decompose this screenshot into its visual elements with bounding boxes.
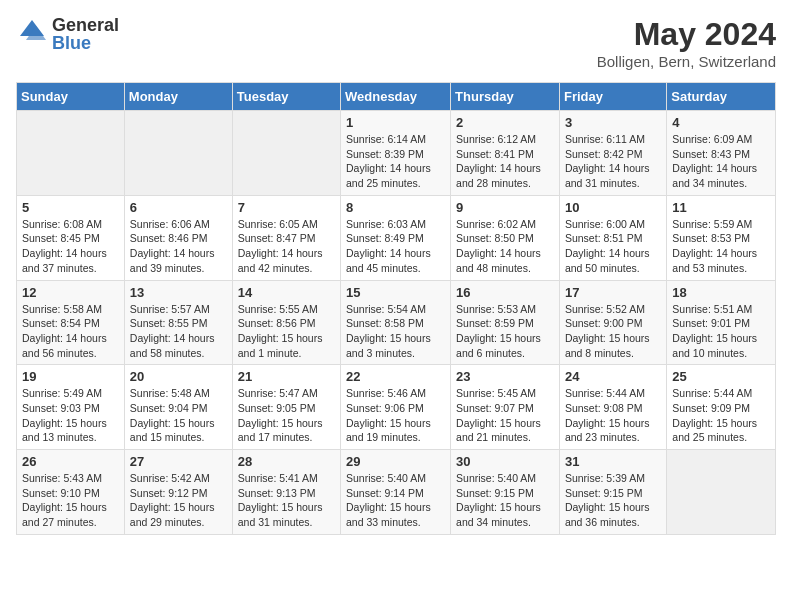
day-number: 11 bbox=[672, 200, 770, 215]
day-number: 13 bbox=[130, 285, 227, 300]
weekday-header-saturday: Saturday bbox=[667, 83, 776, 111]
day-info: Sunrise: 6:12 AM Sunset: 8:41 PM Dayligh… bbox=[456, 132, 554, 191]
day-number: 1 bbox=[346, 115, 445, 130]
calendar-week-1: 1Sunrise: 6:14 AM Sunset: 8:39 PM Daylig… bbox=[17, 111, 776, 196]
day-number: 23 bbox=[456, 369, 554, 384]
logo-blue: Blue bbox=[52, 34, 119, 52]
calendar-day: 19Sunrise: 5:49 AM Sunset: 9:03 PM Dayli… bbox=[17, 365, 125, 450]
day-info: Sunrise: 6:09 AM Sunset: 8:43 PM Dayligh… bbox=[672, 132, 770, 191]
day-info: Sunrise: 5:45 AM Sunset: 9:07 PM Dayligh… bbox=[456, 386, 554, 445]
day-info: Sunrise: 6:14 AM Sunset: 8:39 PM Dayligh… bbox=[346, 132, 445, 191]
day-info: Sunrise: 6:00 AM Sunset: 8:51 PM Dayligh… bbox=[565, 217, 661, 276]
calendar-day: 7Sunrise: 6:05 AM Sunset: 8:47 PM Daylig… bbox=[232, 195, 340, 280]
weekday-header-thursday: Thursday bbox=[451, 83, 560, 111]
day-number: 8 bbox=[346, 200, 445, 215]
calendar-day: 12Sunrise: 5:58 AM Sunset: 8:54 PM Dayli… bbox=[17, 280, 125, 365]
calendar-day: 10Sunrise: 6:00 AM Sunset: 8:51 PM Dayli… bbox=[559, 195, 666, 280]
calendar-day: 18Sunrise: 5:51 AM Sunset: 9:01 PM Dayli… bbox=[667, 280, 776, 365]
calendar-day: 14Sunrise: 5:55 AM Sunset: 8:56 PM Dayli… bbox=[232, 280, 340, 365]
day-number: 18 bbox=[672, 285, 770, 300]
calendar-table: SundayMondayTuesdayWednesdayThursdayFrid… bbox=[16, 82, 776, 535]
day-info: Sunrise: 5:40 AM Sunset: 9:15 PM Dayligh… bbox=[456, 471, 554, 530]
calendar-day: 1Sunrise: 6:14 AM Sunset: 8:39 PM Daylig… bbox=[341, 111, 451, 196]
day-info: Sunrise: 5:54 AM Sunset: 8:58 PM Dayligh… bbox=[346, 302, 445, 361]
day-info: Sunrise: 5:41 AM Sunset: 9:13 PM Dayligh… bbox=[238, 471, 335, 530]
calendar-day: 5Sunrise: 6:08 AM Sunset: 8:45 PM Daylig… bbox=[17, 195, 125, 280]
day-info: Sunrise: 6:03 AM Sunset: 8:49 PM Dayligh… bbox=[346, 217, 445, 276]
day-number: 12 bbox=[22, 285, 119, 300]
logo-general: General bbox=[52, 16, 119, 34]
day-info: Sunrise: 5:48 AM Sunset: 9:04 PM Dayligh… bbox=[130, 386, 227, 445]
day-number: 30 bbox=[456, 454, 554, 469]
calendar-day: 17Sunrise: 5:52 AM Sunset: 9:00 PM Dayli… bbox=[559, 280, 666, 365]
day-number: 20 bbox=[130, 369, 227, 384]
calendar-day bbox=[17, 111, 125, 196]
day-info: Sunrise: 6:08 AM Sunset: 8:45 PM Dayligh… bbox=[22, 217, 119, 276]
calendar-day: 6Sunrise: 6:06 AM Sunset: 8:46 PM Daylig… bbox=[124, 195, 232, 280]
day-info: Sunrise: 5:59 AM Sunset: 8:53 PM Dayligh… bbox=[672, 217, 770, 276]
day-number: 19 bbox=[22, 369, 119, 384]
day-number: 16 bbox=[456, 285, 554, 300]
calendar-day: 2Sunrise: 6:12 AM Sunset: 8:41 PM Daylig… bbox=[451, 111, 560, 196]
calendar-day: 11Sunrise: 5:59 AM Sunset: 8:53 PM Dayli… bbox=[667, 195, 776, 280]
day-info: Sunrise: 5:39 AM Sunset: 9:15 PM Dayligh… bbox=[565, 471, 661, 530]
calendar-day: 26Sunrise: 5:43 AM Sunset: 9:10 PM Dayli… bbox=[17, 450, 125, 535]
day-info: Sunrise: 6:06 AM Sunset: 8:46 PM Dayligh… bbox=[130, 217, 227, 276]
title-block: May 2024 Bolligen, Bern, Switzerland bbox=[597, 16, 776, 70]
calendar-day: 22Sunrise: 5:46 AM Sunset: 9:06 PM Dayli… bbox=[341, 365, 451, 450]
calendar-day: 23Sunrise: 5:45 AM Sunset: 9:07 PM Dayli… bbox=[451, 365, 560, 450]
calendar-week-5: 26Sunrise: 5:43 AM Sunset: 9:10 PM Dayli… bbox=[17, 450, 776, 535]
calendar-day: 4Sunrise: 6:09 AM Sunset: 8:43 PM Daylig… bbox=[667, 111, 776, 196]
weekday-header-wednesday: Wednesday bbox=[341, 83, 451, 111]
month-year: May 2024 bbox=[597, 16, 776, 53]
day-info: Sunrise: 5:53 AM Sunset: 8:59 PM Dayligh… bbox=[456, 302, 554, 361]
day-number: 28 bbox=[238, 454, 335, 469]
calendar-day: 25Sunrise: 5:44 AM Sunset: 9:09 PM Dayli… bbox=[667, 365, 776, 450]
calendar-day: 13Sunrise: 5:57 AM Sunset: 8:55 PM Dayli… bbox=[124, 280, 232, 365]
calendar-day: 8Sunrise: 6:03 AM Sunset: 8:49 PM Daylig… bbox=[341, 195, 451, 280]
calendar-week-4: 19Sunrise: 5:49 AM Sunset: 9:03 PM Dayli… bbox=[17, 365, 776, 450]
calendar-week-2: 5Sunrise: 6:08 AM Sunset: 8:45 PM Daylig… bbox=[17, 195, 776, 280]
weekday-header-sunday: Sunday bbox=[17, 83, 125, 111]
day-number: 29 bbox=[346, 454, 445, 469]
calendar-day: 15Sunrise: 5:54 AM Sunset: 8:58 PM Dayli… bbox=[341, 280, 451, 365]
day-number: 22 bbox=[346, 369, 445, 384]
calendar-day: 21Sunrise: 5:47 AM Sunset: 9:05 PM Dayli… bbox=[232, 365, 340, 450]
calendar-day: 30Sunrise: 5:40 AM Sunset: 9:15 PM Dayli… bbox=[451, 450, 560, 535]
calendar-day: 29Sunrise: 5:40 AM Sunset: 9:14 PM Dayli… bbox=[341, 450, 451, 535]
day-info: Sunrise: 5:49 AM Sunset: 9:03 PM Dayligh… bbox=[22, 386, 119, 445]
day-number: 10 bbox=[565, 200, 661, 215]
calendar-day: 31Sunrise: 5:39 AM Sunset: 9:15 PM Dayli… bbox=[559, 450, 666, 535]
weekday-header-tuesday: Tuesday bbox=[232, 83, 340, 111]
calendar-day: 9Sunrise: 6:02 AM Sunset: 8:50 PM Daylig… bbox=[451, 195, 560, 280]
day-number: 15 bbox=[346, 285, 445, 300]
day-number: 4 bbox=[672, 115, 770, 130]
day-info: Sunrise: 5:55 AM Sunset: 8:56 PM Dayligh… bbox=[238, 302, 335, 361]
logo: General Blue bbox=[16, 16, 119, 52]
day-number: 26 bbox=[22, 454, 119, 469]
day-info: Sunrise: 5:40 AM Sunset: 9:14 PM Dayligh… bbox=[346, 471, 445, 530]
day-number: 17 bbox=[565, 285, 661, 300]
day-info: Sunrise: 5:51 AM Sunset: 9:01 PM Dayligh… bbox=[672, 302, 770, 361]
day-number: 27 bbox=[130, 454, 227, 469]
day-info: Sunrise: 5:42 AM Sunset: 9:12 PM Dayligh… bbox=[130, 471, 227, 530]
page-header: General Blue May 2024 Bolligen, Bern, Sw… bbox=[16, 16, 776, 70]
calendar-day bbox=[667, 450, 776, 535]
weekday-header-row: SundayMondayTuesdayWednesdayThursdayFrid… bbox=[17, 83, 776, 111]
day-info: Sunrise: 5:52 AM Sunset: 9:00 PM Dayligh… bbox=[565, 302, 661, 361]
day-info: Sunrise: 5:58 AM Sunset: 8:54 PM Dayligh… bbox=[22, 302, 119, 361]
day-info: Sunrise: 5:43 AM Sunset: 9:10 PM Dayligh… bbox=[22, 471, 119, 530]
day-number: 9 bbox=[456, 200, 554, 215]
calendar-day: 24Sunrise: 5:44 AM Sunset: 9:08 PM Dayli… bbox=[559, 365, 666, 450]
calendar-day: 27Sunrise: 5:42 AM Sunset: 9:12 PM Dayli… bbox=[124, 450, 232, 535]
day-info: Sunrise: 5:44 AM Sunset: 9:08 PM Dayligh… bbox=[565, 386, 661, 445]
day-number: 25 bbox=[672, 369, 770, 384]
day-info: Sunrise: 5:46 AM Sunset: 9:06 PM Dayligh… bbox=[346, 386, 445, 445]
day-number: 6 bbox=[130, 200, 227, 215]
day-number: 31 bbox=[565, 454, 661, 469]
calendar-day: 20Sunrise: 5:48 AM Sunset: 9:04 PM Dayli… bbox=[124, 365, 232, 450]
day-number: 5 bbox=[22, 200, 119, 215]
location: Bolligen, Bern, Switzerland bbox=[597, 53, 776, 70]
weekday-header-monday: Monday bbox=[124, 83, 232, 111]
day-info: Sunrise: 5:47 AM Sunset: 9:05 PM Dayligh… bbox=[238, 386, 335, 445]
